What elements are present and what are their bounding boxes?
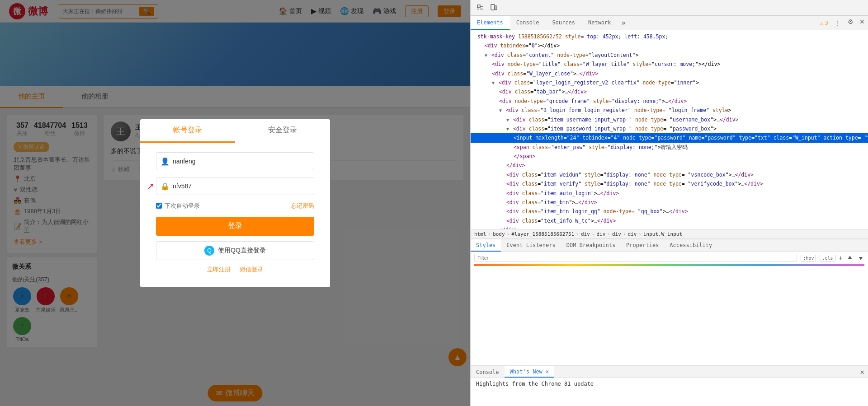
cls-button[interactable]: .cls <box>820 255 835 261</box>
styles-tab-dom-breakpoints[interactable]: DOM Breakpoints <box>561 239 621 252</box>
triangle-9[interactable]: ▼ <box>506 117 509 122</box>
triangle-2[interactable]: ▼ <box>485 53 487 58</box>
html-line-14[interactable]: </div> <box>471 161 868 170</box>
line-0-content: stk-mask-key 15885185662/52 style= top: … <box>477 33 668 40</box>
styles-tabs: Styles Event Listeners DOM Breakpoints P… <box>471 239 868 252</box>
inspect-icon <box>476 4 484 11</box>
sms-login-link[interactable]: 短信登录 <box>240 266 263 274</box>
close-drawer-button[interactable]: ✕ <box>856 368 868 376</box>
styles-tab-styles[interactable]: Styles <box>471 239 501 252</box>
html-line-6[interactable]: <div class="tab_bar">…</div> <box>471 87 868 96</box>
color-gradient-bar <box>474 264 864 266</box>
breadcrumb-body[interactable]: body <box>493 231 505 237</box>
breadcrumb-div4[interactable]: div <box>627 231 637 237</box>
html-line-21[interactable]: </div> <box>471 225 868 229</box>
html-line-0[interactable]: stk-mask-key 15885185662/52 style= top: … <box>471 32 868 41</box>
auto-login-label[interactable]: 下次自动登录 <box>156 202 200 210</box>
html-line-17[interactable]: <div class="item auto_login">…</div> <box>471 189 868 198</box>
console-drawer-tab-whatsnew[interactable]: What's New × <box>505 366 555 378</box>
html-line-3[interactable]: <div node-type="title" class="W_layer_ti… <box>471 60 868 69</box>
down-arrow-icon <box>857 254 864 261</box>
triangle-8[interactable]: ▼ <box>499 108 502 113</box>
lock-icon: 🔒 <box>160 182 170 190</box>
forgot-password-link[interactable]: 忘记密码 <box>291 202 314 210</box>
triangle-5[interactable]: ▼ <box>492 80 495 85</box>
inspect-element-button[interactable] <box>474 2 486 14</box>
close-devtools-button[interactable]: ✕ <box>856 16 868 28</box>
add-style-button[interactable]: + <box>839 254 843 261</box>
qq-login-button[interactable]: Q 使用QQ直接登录 <box>156 241 314 260</box>
auto-login-text: 下次自动登录 <box>165 202 200 210</box>
settings-button[interactable]: ⚙ <box>844 16 856 28</box>
devtools-toolbar <box>471 0 868 16</box>
html-line-4[interactable]: <div class="W_layer_close">…</div> <box>471 69 868 78</box>
up-arrow-icon <box>846 254 854 261</box>
tab-elements[interactable]: Elements <box>471 16 510 30</box>
line-1-tag: <div <box>485 42 500 49</box>
qq-icon: Q <box>204 246 214 256</box>
devtools-menu-button[interactable]: ⋮ <box>832 16 843 30</box>
devtools-tabs: Elements Console Sources Network » ⚠ 3 ⋮… <box>471 16 868 30</box>
html-line-2[interactable]: ▼ <div class="content" node-type="layout… <box>471 51 868 60</box>
breadcrumb-div2[interactable]: div <box>596 231 605 237</box>
checkbox-row: 下次自动登录 忘记密码 <box>156 202 314 210</box>
html-line-7[interactable]: <div node-type="qrcode_frame" style="dis… <box>471 97 868 106</box>
html-line-8[interactable]: ▼ <div class="B_login form_login_registe… <box>471 106 868 115</box>
breadcrumb-html[interactable]: html <box>474 231 486 237</box>
html-line-12[interactable]: <span class="enter_psw" style="display: … <box>471 143 868 152</box>
breadcrumb-layer-id[interactable]: #layer_15885185662751 <box>511 231 574 237</box>
breadcrumb-div1[interactable]: div <box>581 231 590 237</box>
svg-rect-5 <box>495 6 497 9</box>
filter-input[interactable] <box>474 254 797 262</box>
login-modal: 帐号登录 安全登录 👤 🔒 ↗ 下次自动登录 <box>140 119 330 287</box>
console-drawer: Console What's New × ✕ Highlights from t… <box>471 365 868 406</box>
html-tree: stk-mask-key 15885185662/52 style= top: … <box>471 30 868 229</box>
register-link[interactable]: 立即注册 <box>207 266 231 274</box>
html-line-11[interactable]: <input maxlength="24" tabindex="4" node-… <box>471 133 868 142</box>
html-line-9[interactable]: ▼ <div class="item username input_wrap "… <box>471 115 868 124</box>
html-line-15[interactable]: <div class="item weidun" style="display:… <box>471 170 868 179</box>
device-icon <box>490 4 497 11</box>
red-arrow-indicator: ↗ <box>147 181 155 191</box>
styles-tab-properties[interactable]: Properties <box>621 239 664 252</box>
breadcrumb-input-winput[interactable]: input.W_input <box>643 231 682 237</box>
filter-bar: :hov .cls + <box>471 252 868 264</box>
warning-triangle-icon: ⚠ <box>820 20 823 26</box>
password-input-group: 🔒 ↗ <box>156 177 314 195</box>
html-line-19[interactable]: <div class="item_btn login_qq" node-type… <box>471 207 868 216</box>
html-line-10[interactable]: ▼ <div class="item password input_wrap "… <box>471 124 868 133</box>
device-toolbar-button[interactable] <box>488 2 500 14</box>
html-line-13[interactable]: </span> <box>471 152 868 161</box>
elements-panel: stk-mask-key 15885185662/52 style= top: … <box>471 30 868 406</box>
console-drawer-tab-console[interactable]: Console <box>471 366 505 378</box>
modal-tab-secure[interactable]: 安全登录 <box>235 119 330 143</box>
html-line-5[interactable]: ▼ <div class="layer_login_register_v2 cl… <box>471 78 868 87</box>
breadcrumb-div3[interactable]: div <box>612 231 621 237</box>
modal-overlay[interactable]: 帐号登录 安全登录 👤 🔒 ↗ 下次自动登录 <box>0 0 470 406</box>
tab-more[interactable]: » <box>618 16 630 30</box>
html-line-20[interactable]: <div class="text_info W_tc">…</div> <box>471 216 868 225</box>
triangle-10[interactable]: ▼ <box>506 126 509 131</box>
auto-login-checkbox[interactable] <box>156 203 162 209</box>
modal-tabs: 帐号登录 安全登录 <box>140 119 330 143</box>
user-icon: 👤 <box>160 157 170 165</box>
login-submit-button[interactable]: 登录 <box>156 217 314 236</box>
styles-tab-accessibility[interactable]: Accessibility <box>664 239 717 252</box>
html-line-18[interactable]: <div class="item_btn">…</div> <box>471 198 868 207</box>
modal-tab-account[interactable]: 帐号登录 <box>140 119 235 143</box>
html-line-16[interactable]: <div class="item verify" style="display:… <box>471 179 868 188</box>
modal-footer: 立即注册 短信登录 <box>156 266 314 278</box>
html-line-1[interactable]: <div tabindex="0"></div> <box>471 41 868 50</box>
styles-panel: Styles Event Listeners DOM Breakpoints P… <box>471 239 868 365</box>
hov-button[interactable]: :hov <box>801 255 816 261</box>
username-input[interactable] <box>156 152 314 170</box>
svg-rect-0 <box>477 5 480 8</box>
tab-console[interactable]: Console <box>510 16 546 30</box>
tab-sources[interactable]: Sources <box>546 16 582 30</box>
tab-network[interactable]: Network <box>582 16 618 30</box>
username-input-group: 👤 <box>156 152 314 170</box>
password-input[interactable] <box>156 177 314 195</box>
console-content: Highlights from the Chrome 81 update <box>471 378 868 406</box>
styles-tab-event-listeners[interactable]: Event Listeners <box>501 239 561 252</box>
qq-login-label: 使用QQ直接登录 <box>218 247 266 255</box>
